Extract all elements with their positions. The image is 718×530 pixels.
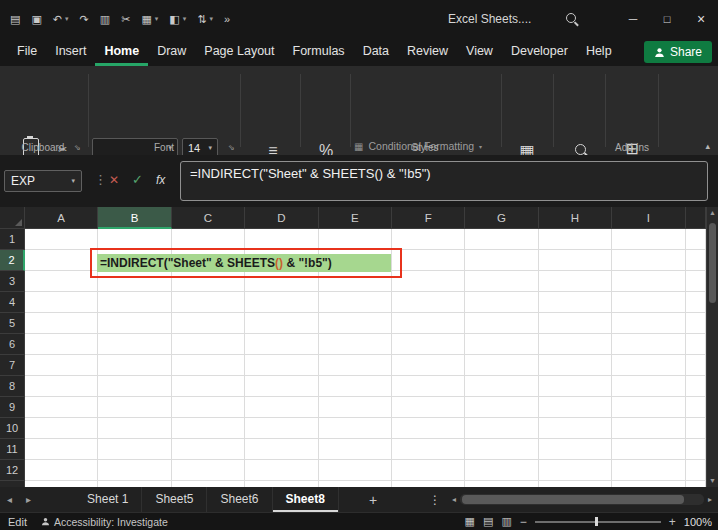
insert-function-button[interactable]: fx <box>156 173 165 187</box>
save-icon[interactable]: ▣ <box>31 13 41 26</box>
cell-f8[interactable] <box>392 376 465 397</box>
page-layout-view-button[interactable]: ▤ <box>483 515 493 528</box>
scroll-left-icon[interactable]: ◂ <box>448 495 460 504</box>
cell-a7[interactable] <box>25 355 98 376</box>
row-header-11[interactable]: 11 <box>0 439 25 460</box>
cell-a8[interactable] <box>25 376 98 397</box>
cell-h4[interactable] <box>539 292 612 313</box>
menu-icon[interactable]: ▤ <box>10 13 20 26</box>
row-header-1[interactable]: 1 <box>0 229 25 250</box>
cell-b5[interactable] <box>98 313 171 334</box>
row-header-4[interactable]: 4 <box>0 292 25 313</box>
chevron-down-icon[interactable]: ▾ <box>209 15 213 23</box>
cell-h1[interactable] <box>539 229 612 250</box>
cell-partial-1[interactable] <box>686 229 706 250</box>
cell-a2[interactable] <box>25 250 98 271</box>
scroll-right-icon[interactable]: ▸ <box>704 495 716 504</box>
cell-c10[interactable] <box>172 418 245 439</box>
row-header-10[interactable]: 10 <box>0 418 25 439</box>
maximize-button[interactable]: □ <box>650 0 684 38</box>
cell-g1[interactable] <box>465 229 538 250</box>
cell-a6[interactable] <box>25 334 98 355</box>
cell-b1[interactable] <box>98 229 171 250</box>
zoom-slider-thumb[interactable] <box>595 517 598 526</box>
formula-input[interactable]: =INDIRECT("Sheet" & SHEETS() & "!b5") <box>180 161 708 201</box>
cell-f6[interactable] <box>392 334 465 355</box>
cell-f1[interactable] <box>392 229 465 250</box>
cell-i5[interactable] <box>612 313 685 334</box>
next-sheet-button[interactable]: ▸ <box>19 494 38 505</box>
cell-f9[interactable] <box>392 397 465 418</box>
menu-view[interactable]: View <box>457 38 502 66</box>
close-button[interactable]: × <box>684 0 718 38</box>
cell-i10[interactable] <box>612 418 685 439</box>
zoom-level[interactable]: 100% <box>684 516 712 528</box>
cell-a11[interactable] <box>25 439 98 460</box>
column-header-e[interactable]: E <box>319 207 392 229</box>
column-header-g[interactable]: G <box>465 207 538 229</box>
cell-h12[interactable] <box>539 460 612 481</box>
cell-d9[interactable] <box>245 397 318 418</box>
cell-f7[interactable] <box>392 355 465 376</box>
cell-g6[interactable] <box>465 334 538 355</box>
prev-sheet-button[interactable]: ◂ <box>0 494 19 505</box>
cell-e5[interactable] <box>319 313 392 334</box>
cell-i12[interactable] <box>612 460 685 481</box>
cell-i3[interactable] <box>612 271 685 292</box>
clipboard-dialog-launcher[interactable]: ⇘ <box>74 143 81 152</box>
menu-review[interactable]: Review <box>398 38 457 66</box>
menu-draw[interactable]: Draw <box>148 38 195 66</box>
cell-e8[interactable] <box>319 376 392 397</box>
chevron-down-icon[interactable]: ▾ <box>183 15 187 23</box>
cell-e1[interactable] <box>319 229 392 250</box>
cell-a4[interactable] <box>25 292 98 313</box>
cell-h5[interactable] <box>539 313 612 334</box>
cell-a1[interactable] <box>25 229 98 250</box>
cell-e7[interactable] <box>319 355 392 376</box>
row-header-7[interactable]: 7 <box>0 355 25 376</box>
cell-h6[interactable] <box>539 334 612 355</box>
cell-d10[interactable] <box>245 418 318 439</box>
cell-i9[interactable] <box>612 397 685 418</box>
cut-icon[interactable]: ✂ <box>121 13 130 26</box>
cell-a9[interactable] <box>25 397 98 418</box>
cell-c6[interactable] <box>172 334 245 355</box>
menu-developer[interactable]: Developer <box>502 38 577 66</box>
zoom-slider[interactable] <box>535 516 661 527</box>
menu-file[interactable]: File <box>8 38 46 66</box>
cell-f4[interactable] <box>392 292 465 313</box>
cell-partial-3[interactable] <box>686 271 706 292</box>
cell-i6[interactable] <box>612 334 685 355</box>
zoom-in-button[interactable]: + <box>669 515 676 529</box>
cell-f12[interactable] <box>392 460 465 481</box>
cell-partial-8[interactable] <box>686 376 706 397</box>
horizontal-scroll-thumb[interactable] <box>462 495 684 504</box>
more-commands-icon[interactable]: » <box>224 13 230 25</box>
sheet-tab-sheet6[interactable]: Sheet6 <box>207 487 272 512</box>
column-header-f[interactable]: F <box>392 207 465 229</box>
cell-partial-7[interactable] <box>686 355 706 376</box>
sheet-tab-sheet5[interactable]: Sheet5 <box>142 487 207 512</box>
row-header-2[interactable]: 2 <box>0 250 25 271</box>
cell-c11[interactable] <box>172 439 245 460</box>
minimize-button[interactable]: ─ <box>616 0 650 38</box>
chart-icon[interactable]: ◧ <box>169 13 179 26</box>
column-header-i[interactable]: I <box>612 207 685 229</box>
chevron-down-icon[interactable]: ▾ <box>65 15 69 23</box>
scroll-down-icon[interactable]: ▼ <box>707 475 718 487</box>
cell-partial-2[interactable] <box>686 250 706 271</box>
row-header-3[interactable]: 3 <box>0 271 25 292</box>
cell-b4[interactable] <box>98 292 171 313</box>
cell-partial-4[interactable] <box>686 292 706 313</box>
cell-i8[interactable] <box>612 376 685 397</box>
cell-b11[interactable] <box>98 439 171 460</box>
accessibility-checker[interactable]: Accessibility: Investigate <box>41 516 168 528</box>
sheet-tab-sheet8[interactable]: Sheet8 <box>273 487 339 512</box>
cell-i7[interactable] <box>612 355 685 376</box>
cell-d7[interactable] <box>245 355 318 376</box>
horizontal-scrollbar[interactable]: ◂ ▸ <box>448 493 716 506</box>
cell-c1[interactable] <box>172 229 245 250</box>
cell-g7[interactable] <box>465 355 538 376</box>
horizontal-scroll-track[interactable] <box>460 494 704 505</box>
cell-a3[interactable] <box>25 271 98 292</box>
